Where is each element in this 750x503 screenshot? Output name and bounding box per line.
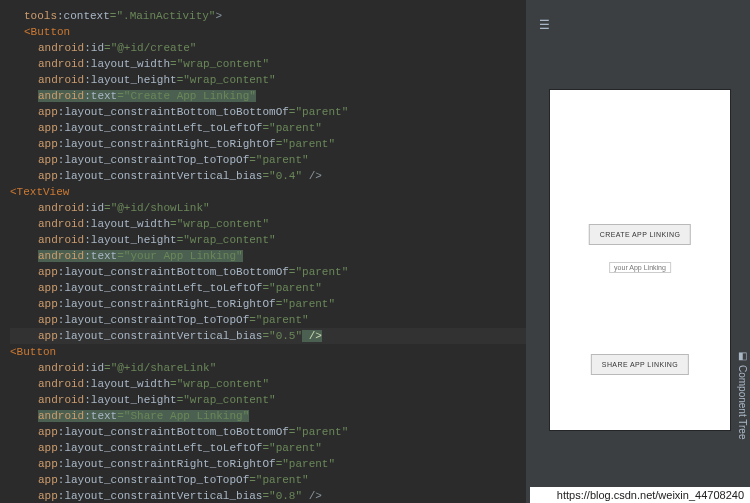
code-line: android:layout_height="wrap_content" (10, 232, 526, 248)
code-line: app:layout_constraintTop_toTopOf="parent… (10, 472, 526, 488)
code-line: android:text="Create App Linking" (10, 88, 526, 104)
code-line: app:layout_constraintVertical_bias="0.8"… (10, 488, 526, 503)
code-line: android:layout_width="wrap_content" (10, 376, 526, 392)
preview-link-textview: your App Linking (609, 262, 671, 273)
code-line: tools:context=".MainActivity"> (10, 8, 526, 24)
code-line: app:layout_constraintLeft_toLeftOf="pare… (10, 440, 526, 456)
code-line: app:layout_constraintRight_toRightOf="pa… (10, 296, 526, 312)
code-line: android:id="@+id/shareLink" (10, 360, 526, 376)
preview-toolbar: ☰ (530, 0, 750, 50)
code-line: app:layout_constraintRight_toRightOf="pa… (10, 456, 526, 472)
code-line: android:layout_height="wrap_content" (10, 392, 526, 408)
code-line: android:text="Share App Linking" (10, 408, 526, 424)
code-line: android:text="your App Linking" (10, 248, 526, 264)
code-line: app:layout_constraintLeft_toLeftOf="pare… (10, 280, 526, 296)
code-line: android:layout_height="wrap_content" (10, 72, 526, 88)
code-line: <Button (10, 24, 526, 40)
preview-share-button[interactable]: SHARE APP LINKING (591, 354, 689, 375)
component-tree-tab[interactable]: ◧ Component Tree (737, 350, 748, 440)
code-line: android:layout_width="wrap_content" (10, 56, 526, 72)
toolbar-icon[interactable]: ☰ (536, 18, 552, 33)
source-url: https://blog.csdn.net/weixin_44708240 (530, 487, 750, 503)
code-line: app:layout_constraintTop_toTopOf="parent… (10, 152, 526, 168)
code-line-highlight: app:layout_constraintVertical_bias="0.5"… (10, 328, 526, 344)
code-line: app:layout_constraintTop_toTopOf="parent… (10, 312, 526, 328)
device-canvas[interactable]: CREATE APP LINKING your App Linking SHAR… (530, 50, 750, 503)
code-line: <TextView (10, 184, 526, 200)
code-line: <Button (10, 344, 526, 360)
tree-icon: ◧ (737, 350, 748, 361)
code-line: app:layout_constraintLeft_toLeftOf="pare… (10, 120, 526, 136)
device-frame: CREATE APP LINKING your App Linking SHAR… (550, 90, 730, 430)
preview-create-button[interactable]: CREATE APP LINKING (589, 224, 691, 245)
layout-preview-panel: ☰ CREATE APP LINKING your App Linking SH… (530, 0, 750, 503)
code-line: app:layout_constraintBottom_toBottomOf="… (10, 264, 526, 280)
code-line: android:id="@+id/create" (10, 40, 526, 56)
code-line: android:id="@+id/showLink" (10, 200, 526, 216)
code-line: app:layout_constraintVertical_bias="0.4"… (10, 168, 526, 184)
code-line: android:layout_width="wrap_content" (10, 216, 526, 232)
code-line: app:layout_constraintBottom_toBottomOf="… (10, 104, 526, 120)
code-line: app:layout_constraintBottom_toBottomOf="… (10, 424, 526, 440)
xml-code-editor[interactable]: tools:context=".MainActivity"> <Button a… (0, 0, 526, 503)
code-line: app:layout_constraintRight_toRightOf="pa… (10, 136, 526, 152)
